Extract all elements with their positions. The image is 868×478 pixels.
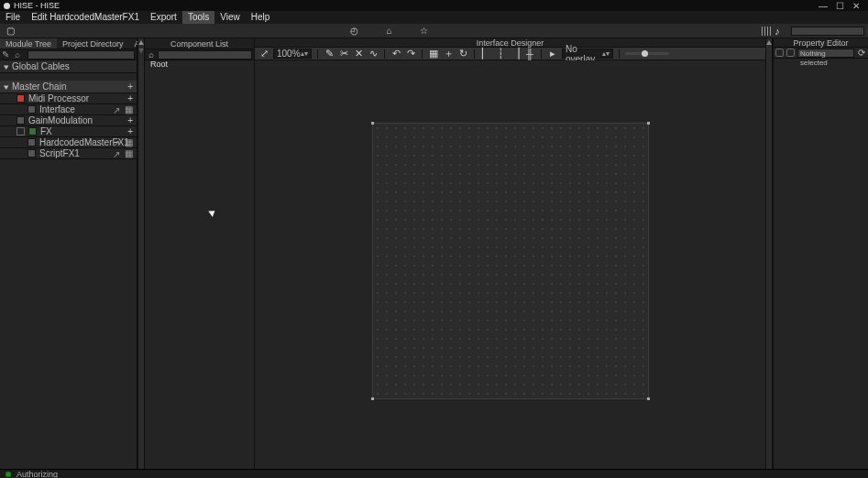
menu-export[interactable]: Export [145,11,182,24]
module-color-icon [27,149,36,158]
plus-icon[interactable]: + [127,126,133,137]
global-cables-label: Global Cables [12,61,70,71]
resize-handle-tl[interactable] [371,122,374,125]
resize-handle-tr[interactable] [647,122,650,125]
refresh-icon[interactable]: ⟳ [857,48,866,58]
remove-icon[interactable]: ▦ [125,148,133,158]
master-chain-header[interactable]: ▾ Master Chain + [0,81,137,93]
menu-tools[interactable]: Tools [182,11,214,24]
component-list-panel: Component List ⌕ Root [145,38,255,469]
plus-icon[interactable]: + [127,81,133,92]
left-panel-tabs: Module Tree Project Directory API [0,38,137,49]
plus-icon[interactable]: + [127,93,133,104]
panel-splitter-left[interactable] [137,38,145,469]
module-color-icon [28,127,37,136]
global-cables-header[interactable]: ▾ Global Cables [0,60,137,73]
tree-label: GainModulation [28,115,93,125]
save-preset-icon[interactable] [775,49,784,57]
module-search-input[interactable] [27,50,135,60]
menu-view[interactable]: View [214,11,246,24]
component-list-title: Component List [145,38,254,49]
add-icon[interactable]: ＋ [443,49,454,60]
pencil-icon[interactable]: ✎ [2,49,13,60]
component-root-node[interactable]: Root [145,59,254,70]
close-button[interactable]: ✕ [848,1,864,11]
system-menu-icon[interactable] [4,3,10,9]
edit-icon[interactable]: ✎ [324,49,335,60]
popout-icon[interactable]: ↗ [113,138,120,148]
menu-edit[interactable]: Edit HardcodedMasterFX1 [26,11,145,24]
tree-label: ScriptFX1 [39,148,80,158]
status-bar: Authorizing [0,469,868,478]
meter-icon[interactable] [762,27,771,36]
selection-dropdown[interactable]: Nothing selected [797,49,854,58]
menu-help[interactable]: Help [246,11,276,24]
tree-row-scriptfx1[interactable]: ScriptFX1 ↗ ▦ [0,148,137,159]
window-titlebar: HISE - HISE — ☐ ✕ [0,0,868,11]
tab-module-tree[interactable]: Module Tree [0,38,57,49]
status-text: Authorizing [16,470,58,479]
overlay-select[interactable]: No overlay ▴▾ [562,49,613,59]
remove-icon[interactable]: ▦ [125,104,133,114]
align-left-icon[interactable]: ▏ [480,49,491,60]
midi-note-icon[interactable]: ♪ [771,25,784,38]
designer-canvas-area[interactable] [255,60,765,469]
window-title: HISE - HISE [14,1,60,10]
resize-handle-br[interactable] [647,397,650,400]
status-led-icon [5,472,11,477]
interface-designer-title: Interface Designer [255,38,765,48]
redo-icon[interactable]: ↷ [405,49,416,60]
left-panel-toolbar: ✎ ⌕ [0,49,137,60]
link-icon[interactable]: ∿ [368,49,379,60]
clock-icon[interactable]: ◴ [348,25,361,38]
opacity-slider[interactable] [625,52,669,55]
plus-icon[interactable]: + [127,115,133,126]
play-icon[interactable]: ▸ [547,49,558,60]
move-tool-icon[interactable]: ⤢ [258,49,269,60]
tree-row-interface[interactable]: Interface ↗ ▦ [0,104,137,115]
center-panel: Component List ⌕ Root Interface Designer… [145,38,765,469]
tree-row-gainmodulation[interactable]: GainModulation + [0,115,137,126]
module-color-icon [27,138,36,147]
component-search-input[interactable] [158,50,252,60]
distribute-icon[interactable]: ╫ [524,49,535,60]
zoom-select[interactable]: 100% ▴▾ [273,49,312,59]
tree-row-hcmasterfx1[interactable]: HardcodedMasterFX1 ↗ ▦ [0,137,137,148]
star-icon[interactable]: ☆ [418,25,431,38]
new-project-icon[interactable]: ▢ [4,25,16,38]
top-toolbar: ▢ ◴ ⌂ ☆ ♪ [0,24,868,38]
property-editor-panel: Property Editor Nothing selected ⟳ [773,38,868,469]
chevron-down-icon: ▾ [4,82,9,92]
ui-canvas[interactable] [372,123,649,399]
align-right-icon[interactable]: ▕ [510,49,521,60]
left-panel: Module Tree Project Directory API ✎ ⌕ ▾ … [0,38,137,469]
undo-icon[interactable]: ↶ [390,49,401,60]
top-status-slot [791,27,864,36]
copy-icon[interactable] [786,49,795,57]
remove-icon[interactable]: ▦ [125,137,133,147]
fx-checkbox[interactable] [16,127,25,136]
home-icon[interactable]: ⌂ [383,25,396,38]
property-editor-title: Property Editor [774,38,868,48]
slider-knob-icon [642,50,648,57]
panel-splitter-right[interactable] [765,38,773,469]
cut-icon[interactable]: ✂ [338,49,349,60]
reload-icon[interactable]: ↻ [457,49,468,60]
tree-row-midi-processor[interactable]: Midi Processor + [0,93,137,104]
delete-icon[interactable]: ✕ [353,49,364,60]
tree-row-fx[interactable]: FX + [0,126,137,137]
maximize-button[interactable]: ☐ [831,1,848,11]
tab-project-directory[interactable]: Project Directory [57,38,129,49]
menu-file[interactable]: File [0,11,26,24]
lock-icon[interactable]: ▦ [428,49,439,60]
search-icon[interactable]: ⌕ [15,49,26,60]
align-center-icon[interactable]: ┆ [495,49,506,60]
minimize-button[interactable]: — [815,1,831,11]
menu-bar: File Edit HardcodedMasterFX1 Export Tool… [0,11,868,24]
resize-handle-bl[interactable] [371,397,374,400]
popout-icon[interactable]: ↗ [113,105,120,115]
popout-icon[interactable]: ↗ [113,149,120,159]
module-tree: Midi Processor + Interface ↗ ▦ GainModul… [0,93,137,159]
module-color-icon [27,105,36,114]
module-color-icon [16,94,25,103]
